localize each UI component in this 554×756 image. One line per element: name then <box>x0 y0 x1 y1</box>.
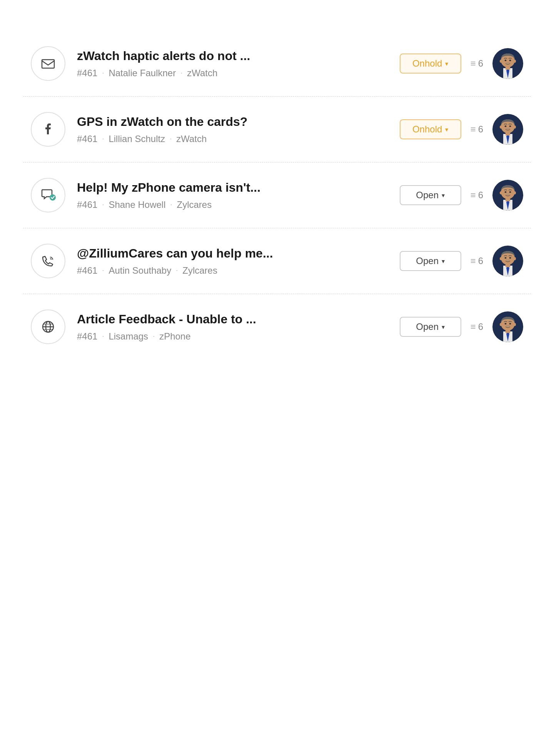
channel-icon-email <box>31 46 65 81</box>
status-badge[interactable]: Onhold▾ <box>400 119 461 139</box>
svg-rect-0 <box>42 60 54 68</box>
ticket-meta: #461·Natalie Faulkner·zWatch <box>77 68 388 79</box>
agent-avatar <box>492 114 523 145</box>
svg-point-7 <box>500 60 502 63</box>
svg-point-21 <box>50 194 56 201</box>
ticket-number: #461 <box>77 265 97 276</box>
ticket-right: Open▾≡6 <box>400 246 523 276</box>
meta-separator: · <box>102 266 104 274</box>
lines-icon: ≡ <box>471 124 476 135</box>
ticket-title: @ZilliumCares can you help me... <box>77 246 388 261</box>
ticket-item-ticket-2[interactable]: GPS in zWatch on the cards?#461·Lillian … <box>23 97 531 162</box>
ticket-info: zWatch haptic alerts do not ...#461·Nata… <box>77 49 388 79</box>
ticket-product: zWatch <box>176 134 207 144</box>
dropdown-arrow-icon: ▾ <box>442 323 445 331</box>
channel-icon-web <box>31 309 65 344</box>
agent-avatar <box>492 311 523 342</box>
ticket-count: ≡6 <box>471 190 483 201</box>
ticket-number: #461 <box>77 68 97 79</box>
svg-point-10 <box>509 60 511 61</box>
status-label: Onhold <box>412 58 442 69</box>
ticket-info: GPS in zWatch on the cards?#461·Lillian … <box>77 115 388 144</box>
ticket-contact: Lillian Schultz <box>108 134 165 144</box>
ticket-info: Help! My zPhone camera isn't...#461·Shan… <box>77 181 388 210</box>
ticket-item-ticket-3[interactable]: Help! My zPhone camera isn't...#461·Shan… <box>23 162 531 228</box>
svg-point-29 <box>514 191 516 194</box>
ticket-meta: #461·Lisamags·zPhone <box>77 331 388 342</box>
svg-point-9 <box>505 60 507 61</box>
svg-point-53 <box>505 323 507 324</box>
meta-separator: · <box>170 201 172 209</box>
ticket-meta: #461·Autin Southaby·Zylcares <box>77 265 388 276</box>
svg-point-40 <box>505 257 507 259</box>
ticket-meta: #461·Shane Howell·Zylcares <box>77 199 388 210</box>
lines-icon: ≡ <box>471 256 476 266</box>
ticket-meta: #461·Lillian Schultz·zWatch <box>77 134 388 144</box>
dropdown-arrow-icon: ▾ <box>442 258 445 265</box>
svg-point-30 <box>505 191 507 193</box>
ticket-count: ≡6 <box>471 256 483 266</box>
svg-point-54 <box>509 323 511 324</box>
channel-icon-facebook <box>31 112 65 147</box>
ticket-count: ≡6 <box>471 124 483 135</box>
status-badge[interactable]: Open▾ <box>400 185 461 205</box>
ticket-right: Onhold▾≡6 <box>400 114 523 145</box>
svg-point-31 <box>509 191 511 193</box>
svg-point-17 <box>500 125 502 129</box>
ticket-count: ≡6 <box>471 321 483 332</box>
count-value: 6 <box>478 58 483 69</box>
ticket-number: #461 <box>77 134 97 144</box>
svg-point-18 <box>514 125 516 129</box>
ticket-number: #461 <box>77 331 97 342</box>
status-label: Open <box>416 256 439 266</box>
status-label: Open <box>416 321 439 332</box>
status-badge[interactable]: Open▾ <box>400 317 461 337</box>
ticket-item-ticket-4[interactable]: @ZilliumCares can you help me...#461·Aut… <box>23 228 531 294</box>
meta-separator: · <box>102 135 104 143</box>
ticket-title: Article Feedback - Unable to ... <box>77 312 388 326</box>
svg-point-8 <box>514 60 516 63</box>
ticket-list: zWatch haptic alerts do not ...#461·Nata… <box>0 0 554 390</box>
lines-icon: ≡ <box>471 58 476 69</box>
ticket-product: zPhone <box>159 331 190 342</box>
meta-separator: · <box>102 332 104 340</box>
ticket-contact: Natalie Faulkner <box>108 68 176 79</box>
ticket-contact: Lisamags <box>108 331 148 342</box>
ticket-right: Open▾≡6 <box>400 311 523 342</box>
meta-separator: · <box>176 266 178 274</box>
meta-separator: · <box>153 332 155 340</box>
dropdown-arrow-icon: ▾ <box>445 126 448 133</box>
svg-point-51 <box>500 323 502 326</box>
count-value: 6 <box>478 256 483 266</box>
ticket-count: ≡6 <box>471 58 483 69</box>
dropdown-arrow-icon: ▾ <box>442 192 445 199</box>
ticket-title: GPS in zWatch on the cards? <box>77 115 388 129</box>
svg-point-52 <box>514 323 516 326</box>
lines-icon: ≡ <box>471 190 476 201</box>
ticket-right: Open▾≡6 <box>400 180 523 211</box>
ticket-contact: Shane Howell <box>108 199 165 210</box>
ticket-item-ticket-5[interactable]: Article Feedback - Unable to ...#461·Lis… <box>23 294 531 360</box>
channel-icon-chat <box>31 178 65 212</box>
svg-point-41 <box>509 257 511 259</box>
agent-avatar <box>492 246 523 276</box>
ticket-title: zWatch haptic alerts do not ... <box>77 49 388 63</box>
meta-separator: · <box>102 201 104 209</box>
ticket-item-ticket-1[interactable]: zWatch haptic alerts do not ...#461·Nata… <box>23 31 531 97</box>
ticket-number: #461 <box>77 199 97 210</box>
status-badge[interactable]: Open▾ <box>400 251 461 271</box>
count-value: 6 <box>478 321 483 332</box>
channel-icon-phone <box>31 244 65 278</box>
count-value: 6 <box>478 124 483 135</box>
dropdown-arrow-icon: ▾ <box>445 60 448 67</box>
ticket-info: @ZilliumCares can you help me...#461·Aut… <box>77 246 388 276</box>
ticket-right: Onhold▾≡6 <box>400 48 523 79</box>
svg-point-39 <box>514 257 516 260</box>
ticket-product: Zylcares <box>182 265 217 276</box>
svg-point-38 <box>500 257 502 260</box>
status-badge[interactable]: Onhold▾ <box>400 54 461 74</box>
ticket-contact: Autin Southaby <box>108 265 171 276</box>
status-label: Open <box>416 190 439 201</box>
agent-avatar <box>492 180 523 211</box>
meta-separator: · <box>180 69 182 77</box>
